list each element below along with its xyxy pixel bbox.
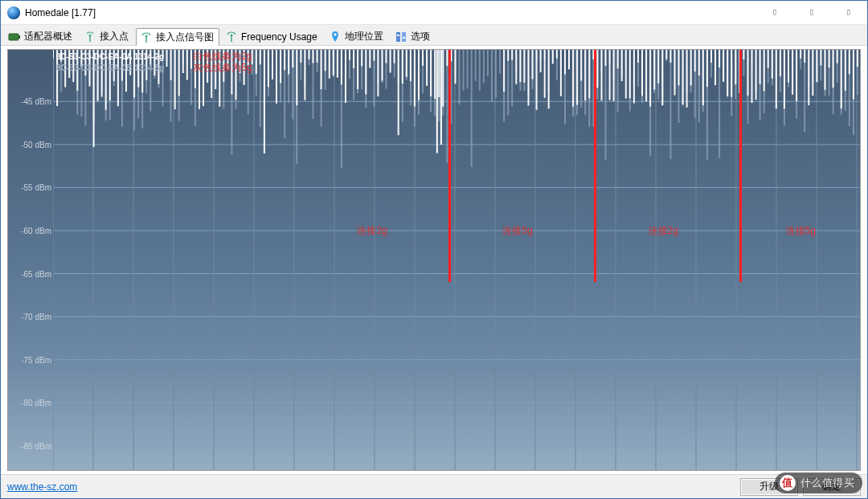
maximize-button[interactable]:  [793,1,830,25]
legend-series-1: 8C-53-C3-DC-EA-0A 1314-2g [56,51,164,63]
app-icon [7,6,20,19]
y-tick-label: -80 dBm [11,399,51,407]
tab-label: Frequency Usage [241,31,317,43]
annotation-legend1: 白色线条为2g [193,51,252,61]
tab-options[interactable]: 选项 [391,27,436,45]
tab-label: 接入点信号图 [156,31,214,44]
region-annotation: 连接2g [649,226,678,235]
section-marker [739,50,742,282]
antenna-freq-icon [225,31,238,43]
y-axis: -45 dBm-50 dBm-55 dBm-60 dBm-65 dBm-70 d… [8,50,53,470]
footer: www.the-sz.com 升级 确定 [1,474,867,498]
y-tick-label: -45 dBm [11,97,51,106]
y-tick-label: -60 dBm [11,227,51,235]
y-tick-label: -85 dBm [11,441,51,450]
legend-series-2: 8C-53-C3-DC-EA-0B 1314-5g [56,63,164,74]
tab-geo-location[interactable]: 地理位置 [325,27,389,45]
section-marker [594,50,596,282]
vendor-link[interactable]: www.the-sz.com [7,481,77,493]
tab-label: 接入点 [100,30,129,43]
svg-rect-9 [403,37,405,39]
y-tick-label: -65 dBm [11,269,51,278]
y-tick-label: -50 dBm [11,140,51,149]
location-pin-icon [329,31,342,43]
svg-point-5 [334,33,336,35]
close-button[interactable]:  [830,1,867,25]
options-icon [395,31,407,43]
svg-point-2 [89,34,92,36]
window-title: Homedale [1.77] [25,7,96,18]
tab-label: 地理位置 [345,30,383,43]
titlebar: Homedale [1.77]    [1,1,867,25]
region-annotation: 连接5g [502,226,532,235]
annotation-legend2: 灰色线条为5g [193,63,252,72]
svg-rect-0 [9,34,18,40]
svg-rect-6 [396,32,400,42]
svg-point-4 [231,34,233,36]
tab-label: 选项 [411,30,430,43]
chart-legend: 8C-53-C3-DC-EA-0A 1314-2g 8C-53-C3-DC-EA… [56,51,164,74]
antenna-graph-icon [140,31,153,44]
toolbar: 适配器概述 接入点 接入点信号图 Frequency Usage 地理位置 选项 [1,25,867,46]
antenna-icon [84,31,96,43]
tab-signal-graph[interactable]: 接入点信号图 [136,28,219,46]
svg-point-3 [145,35,148,37]
svg-rect-8 [397,35,399,36]
svg-rect-1 [18,35,20,39]
y-tick-label: -75 dBm [11,355,51,364]
tab-label: 适配器概述 [24,30,72,43]
region-annotation: 连接2g [357,226,387,235]
region-annotation: 连接5g [786,226,816,235]
watermark: 什么值得买 [775,472,863,493]
y-tick-label: -55 dBm [11,183,51,192]
minimize-button[interactable]:  [756,1,793,25]
section-marker [448,50,451,282]
tab-frequency-usage[interactable]: Frequency Usage [221,27,323,45]
signal-chart: -45 dBm-50 dBm-55 dBm-60 dBm-65 dBm-70 d… [7,49,861,471]
tab-adapter-overview[interactable]: 适配器概述 [4,27,78,45]
y-tick-label: -70 dBm [11,313,51,321]
adapter-icon [8,31,21,43]
tab-access-points[interactable]: 接入点 [80,27,134,45]
